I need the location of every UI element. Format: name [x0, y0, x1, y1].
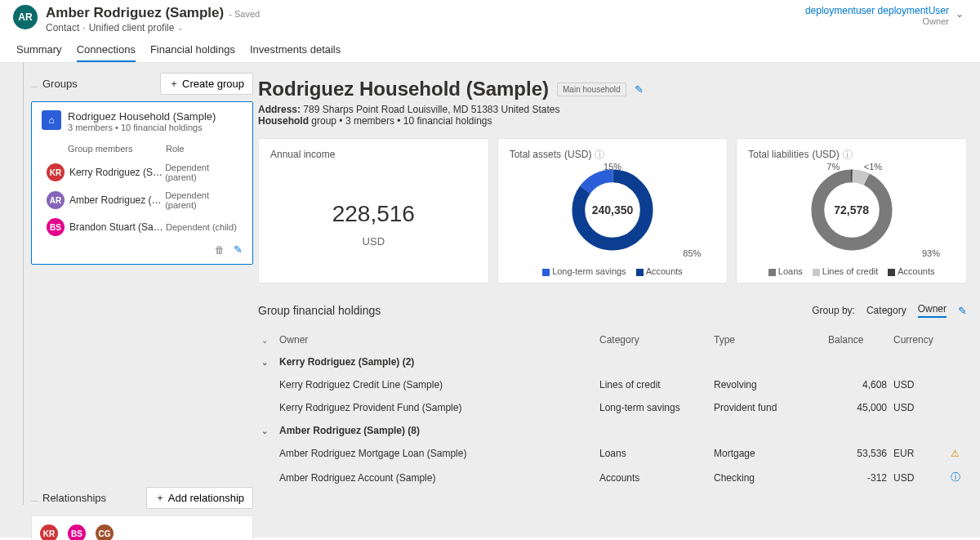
group-card[interactable]: ⌂ Rodriguez Household (Sample) 3 members… [31, 101, 253, 265]
chevron-down-icon[interactable]: ⌄ [261, 426, 273, 435]
legend-item: Lines of credit [813, 266, 878, 276]
edit-household-icon[interactable]: ✎ [635, 83, 644, 96]
tab-financial-holdings[interactable]: Financial holdings [150, 43, 235, 62]
relationship-avatar[interactable]: KR [40, 524, 58, 540]
entity-type: Contact [46, 22, 79, 33]
edit-icon[interactable]: ✎ [234, 243, 243, 256]
relationship-avatar[interactable]: BS [68, 524, 86, 540]
annual-income-value: 228,516 [270, 201, 477, 227]
holdings-table: ⌄ Owner Category Type Balance Currency ⌄… [258, 329, 967, 490]
page-header: AR Amber Rodriguez (Sample) - Saved Cont… [0, 0, 980, 35]
info-icon[interactable]: i [595, 150, 604, 159]
total-assets-title: Total assets [510, 149, 561, 160]
legend-item: Accounts [888, 266, 934, 276]
holdings-title: Group financial holdings [258, 304, 381, 317]
member-avatar: AR [47, 191, 65, 209]
member-name: Brandon Stuart (Sam... [69, 221, 166, 233]
tab-investments-details[interactable]: Investments details [250, 43, 341, 62]
col-type[interactable]: Type [710, 329, 825, 350]
tab-summary[interactable]: Summary [16, 43, 62, 62]
chevron-down-icon[interactable]: ⌄ [261, 336, 273, 345]
holdings-row[interactable]: Amber Rodriguez Account (Sample)Accounts… [258, 465, 967, 490]
member-role: Dependent (parent) [165, 163, 243, 182]
member-name: Amber Rodriguez (S... [69, 194, 165, 206]
member-role: Dependent (child) [166, 222, 237, 232]
assets-pct-bottom: 85% [683, 248, 701, 258]
left-panel: Groups ＋ Create group ⌂ Rodriguez Househ… [0, 63, 253, 538]
member-name: Kerry Rodriguez (Sa... [69, 167, 165, 178]
add-relationship-button[interactable]: ＋ Add relationship [146, 487, 253, 509]
household-address: 789 Sharps Point Road Louisville, MD 513… [303, 104, 559, 115]
groups-section-label: Groups [42, 78, 78, 90]
main-panel: Rodriguez Household (Sample) Main househ… [253, 63, 980, 538]
annual-income-unit: USD [270, 235, 477, 248]
info-icon: ⓘ [951, 471, 960, 483]
contact-avatar: AR [13, 5, 38, 29]
col-owner[interactable]: Owner [276, 329, 596, 350]
group-meta: 3 members • 10 financial holdings [68, 123, 216, 132]
col-category[interactable]: Category [596, 329, 710, 350]
chevron-down-icon[interactable]: ⌄ [261, 358, 273, 367]
tab-connections[interactable]: Connections [77, 43, 136, 62]
create-group-button[interactable]: ＋ Create group [160, 73, 253, 95]
holdings-group-row[interactable]: ⌄Amber Rodriguez (Sample) (8) [258, 419, 967, 442]
household-type-label: Household [258, 115, 309, 127]
save-status: - Saved [229, 9, 260, 19]
form-selector[interactable]: Unified client profile [89, 22, 175, 33]
page-title: Amber Rodriguez (Sample) [46, 5, 224, 21]
group-by-label: Group by: [812, 305, 855, 316]
holdings-row[interactable]: Kerry Rodriguez Credit Line (Sample)Line… [258, 373, 967, 396]
warning-icon: ⚠ [951, 448, 960, 459]
legend-item: Loans [768, 266, 803, 276]
info-icon[interactable]: i [843, 150, 853, 159]
liab-pct-top-r: <1% [864, 162, 882, 172]
assets-center-value: 240,350 [592, 203, 634, 216]
liab-pct-top-l: 7% [826, 162, 840, 172]
member-role: Dependent (parent) [165, 190, 243, 210]
record-tabs: Summary Connections Financial holdings I… [0, 35, 980, 63]
relationships-section-label: Relationships [42, 492, 106, 504]
liab-pct-bottom: 93% [922, 248, 940, 258]
group-by-owner[interactable]: Owner [918, 303, 947, 318]
holdings-row[interactable]: Amber Rodriguez Mortgage Loan (Sample)Lo… [258, 442, 967, 465]
household-icon: ⌂ [42, 110, 61, 130]
chevron-down-icon[interactable]: ⌄ [177, 24, 184, 32]
assets-pct-top: 15% [604, 162, 621, 172]
owner-role-label: Owner [805, 16, 949, 26]
main-household-chip: Main household [557, 83, 626, 96]
member-avatar: KR [47, 163, 65, 181]
holdings-row[interactable]: Kerry Rodriguez Provident Fund (Sample)L… [258, 396, 967, 419]
total-liabilities-card: Total liabilities (USD) i 72,578 7% <1% … [736, 138, 967, 283]
group-name: Rodriguez Household (Sample) [68, 110, 216, 123]
delete-icon[interactable]: 🗑 [215, 244, 225, 256]
col-balance[interactable]: Balance [825, 329, 890, 350]
legend-item: Accounts [636, 266, 683, 276]
members-col-role: Role [166, 144, 185, 154]
address-label: Address: [258, 104, 301, 115]
liabilities-center-value: 72,578 [834, 203, 869, 216]
annual-income-title: Annual income [270, 149, 477, 160]
owner-name[interactable]: deploymentuser deploymentUser [805, 5, 949, 16]
annual-income-card: Annual income 228,516 USD [258, 138, 489, 283]
members-col-name: Group members [68, 144, 166, 154]
legend-item: Long-term savings [542, 266, 626, 276]
member-row[interactable]: AR Amber Rodriguez (S... Dependent (pare… [47, 186, 243, 214]
relationship-strip: KRBSCG [31, 515, 253, 540]
group-by-category[interactable]: Category [866, 305, 906, 316]
member-row[interactable]: BS Brandon Stuart (Sam... Dependent (chi… [47, 214, 243, 240]
expand-icon[interactable]: ⌄ [956, 5, 964, 20]
relationship-avatar[interactable]: CG [96, 524, 114, 540]
household-summary-meta: group • 3 members • 10 financial holding… [311, 115, 492, 127]
total-liabilities-title: Total liabilities [748, 149, 808, 160]
member-row[interactable]: KR Kerry Rodriguez (Sa... Dependent (par… [47, 158, 243, 186]
holdings-group-row[interactable]: ⌄Kerry Rodriguez (Sample) (2) [258, 350, 967, 373]
edit-holdings-icon[interactable]: ✎ [958, 305, 967, 317]
total-assets-card: Total assets (USD) i 240,350 15% 85% Lon… [497, 138, 728, 283]
col-currency[interactable]: Currency [890, 329, 947, 350]
household-title: Rodriguez Household (Sample) [258, 78, 549, 100]
member-avatar: BS [47, 218, 65, 236]
